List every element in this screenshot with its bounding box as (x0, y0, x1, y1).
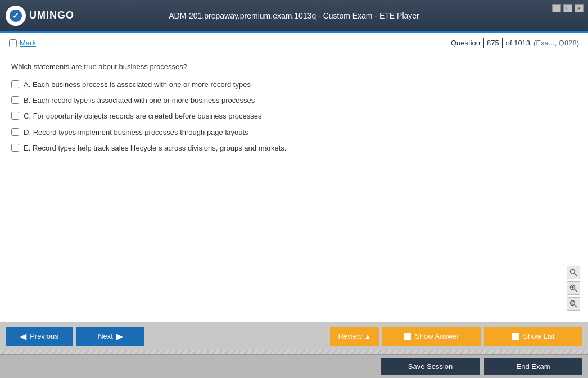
question-meta: (Exa..., Q828) (533, 39, 579, 47)
question-number-box: 875 (483, 38, 503, 48)
hatch-divider (0, 350, 588, 354)
question-header: Mark Question 875 of 1013 (Exa..., Q828) (0, 33, 588, 53)
show-answer-button[interactable]: Show Answer (382, 327, 481, 346)
zoom-in-button[interactable] (567, 281, 580, 295)
title-bar: _ □ ✕ ✓ UMINGO ADM-201.prepaway.premium.… (0, 0, 588, 31)
svg-point-0 (571, 270, 575, 274)
option-b-checkbox[interactable] (11, 96, 19, 104)
logo-check-icon: ✓ (10, 10, 22, 22)
option-c-row: C. For opportunity objects records are c… (11, 111, 577, 121)
bottom-action-bar: Save Session End Exam (0, 354, 588, 378)
zoom-out-button[interactable] (567, 297, 580, 311)
question-label: Question (451, 39, 480, 47)
next-button[interactable]: Next ▶ (76, 327, 144, 346)
question-info: Question 875 of 1013 (Exa..., Q828) (451, 38, 579, 48)
of-label: of 1013 (506, 39, 530, 47)
show-list-button[interactable]: Show List (484, 327, 582, 346)
option-d-checkbox[interactable] (11, 128, 19, 136)
option-e-row: E. Record types help track sales lifecyc… (11, 143, 577, 153)
option-a-checkbox[interactable] (11, 80, 19, 88)
option-d-text: D. Record types implement business proce… (24, 127, 248, 138)
close-button[interactable]: ✕ (575, 4, 584, 12)
option-b-row: B. Each record type is associated with o… (11, 95, 577, 106)
show-list-checkbox-icon (512, 333, 519, 340)
save-session-button[interactable]: Save Session (381, 358, 480, 375)
app-title: ADM-201.prepaway.premium.exam.1013q - Cu… (169, 11, 419, 20)
option-c-text: C. For opportunity objects records are c… (24, 111, 261, 121)
review-button[interactable]: Review ▲ (330, 327, 379, 346)
show-answer-label: Show Answer (415, 332, 459, 340)
search-zoom-button[interactable] (567, 266, 580, 279)
svg-line-1 (575, 274, 577, 276)
previous-label: Previous (30, 332, 58, 340)
logo-text: UMINGO (29, 10, 74, 21)
svg-line-3 (575, 289, 577, 292)
end-exam-button[interactable]: End Exam (484, 358, 582, 375)
svg-line-7 (575, 305, 577, 307)
next-label: Next (98, 332, 113, 340)
option-c-checkbox[interactable] (11, 112, 19, 120)
option-a-text: A. Each business process is associated w… (24, 80, 251, 90)
mark-area[interactable]: Mark (9, 39, 36, 47)
content-area: Which statements are true about business… (0, 53, 588, 322)
previous-arrow-icon: ◀ (20, 332, 26, 341)
review-label: Review (338, 332, 362, 340)
mark-label[interactable]: Mark (20, 39, 36, 47)
option-e-checkbox[interactable] (11, 144, 19, 152)
mark-checkbox[interactable] (9, 39, 17, 47)
review-dropdown-icon: ▲ (364, 333, 371, 340)
restore-button[interactable]: □ (563, 4, 572, 12)
minimize-button[interactable]: _ (552, 4, 561, 12)
window-controls[interactable]: _ □ ✕ (552, 4, 584, 12)
logo-area: ✓ UMINGO (6, 6, 74, 26)
previous-button[interactable]: ◀ Previous (6, 327, 73, 346)
option-d-row: D. Record types implement business proce… (11, 127, 577, 138)
logo-circle: ✓ (6, 6, 26, 26)
show-list-label: Show List (523, 332, 554, 340)
show-answer-checkbox-icon (404, 333, 411, 340)
next-arrow-icon: ▶ (116, 332, 123, 341)
option-b-text: B. Each record type is associated with o… (24, 95, 255, 106)
bottom-nav: ◀ Previous Next ▶ Review ▲ Show Answer S… (0, 322, 588, 350)
zoom-controls (567, 266, 580, 311)
option-e-text: E. Record types help track sales lifecyc… (24, 143, 287, 153)
question-text: Which statements are true about business… (11, 62, 577, 71)
option-a-row: A. Each business process is associated w… (11, 80, 577, 90)
